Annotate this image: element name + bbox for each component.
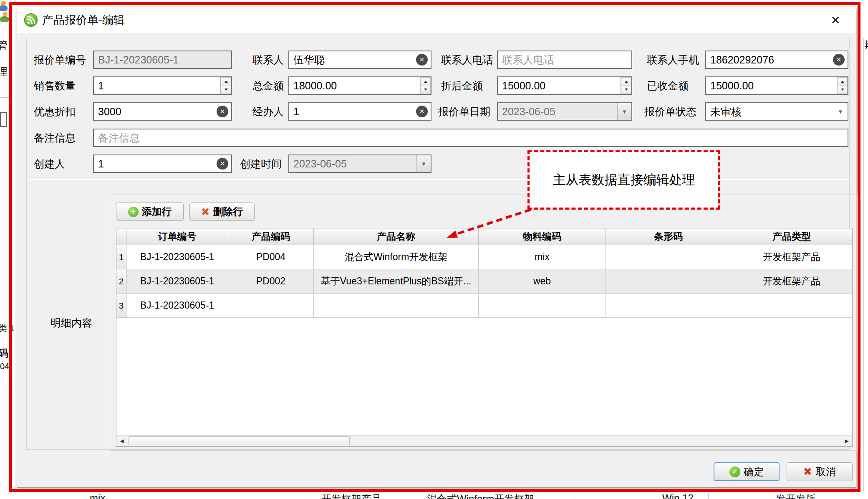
cell-order-no[interactable]: BJ-1-20230605-1: [126, 269, 228, 294]
contact-input[interactable]: [288, 51, 431, 69]
clear-icon[interactable]: ✕: [833, 54, 845, 66]
table-row[interactable]: 2 BJ-1-20230605-1 PD002 基于Vue3+ElementPl…: [116, 269, 852, 294]
clear-icon[interactable]: ✕: [416, 106, 428, 117]
spin-up-icon[interactable]: [621, 77, 631, 86]
quote-date-value: 2023-06-05: [498, 103, 617, 120]
quote-date-dropdown: 2023-06-05 ▼: [497, 102, 632, 121]
spin-down-icon[interactable]: [837, 86, 848, 94]
column-header[interactable]: 条形码: [606, 228, 731, 245]
discount-field[interactable]: ✕: [93, 102, 232, 121]
dropdown-button[interactable]: ▼: [416, 155, 431, 172]
cell-product-type[interactable]: 开发框架产品: [731, 245, 852, 269]
check-icon: ✓: [729, 466, 740, 477]
total-amount-input[interactable]: [288, 76, 431, 95]
horizontal-scrollbar[interactable]: ◀ ▶: [117, 435, 852, 446]
received-amount-field[interactable]: [705, 76, 848, 95]
delete-row-button[interactable]: ✖ 删除行: [189, 203, 255, 221]
cell-product-name[interactable]: [314, 294, 479, 318]
cell-barcode[interactable]: [606, 294, 731, 318]
quotation-no-field: [93, 51, 232, 69]
background-text-fragment: 码: [0, 347, 8, 360]
annotation-callout: 主从表数据直接编辑处理: [527, 150, 720, 210]
total-amount-field[interactable]: [288, 76, 431, 95]
spin-up-icon[interactable]: [420, 77, 431, 86]
row-number[interactable]: 2: [116, 269, 126, 294]
contact-mobile-input[interactable]: [705, 51, 848, 69]
remark-field[interactable]: [93, 129, 848, 147]
chevron-down-icon: ▼: [622, 109, 627, 115]
clear-icon[interactable]: ✕: [416, 54, 428, 66]
handler-input[interactable]: [288, 102, 431, 121]
spin-down-icon[interactable]: [621, 86, 631, 94]
column-header[interactable]: 产品类型: [731, 228, 852, 245]
row-select-header[interactable]: [116, 228, 126, 245]
discounted-amount-input[interactable]: [497, 76, 632, 95]
cell-product-name[interactable]: 混合式Winform开发框架: [314, 245, 479, 269]
field-label: 联系人手机: [647, 51, 699, 69]
clear-icon[interactable]: ✕: [217, 158, 228, 170]
add-row-button[interactable]: + 添加行: [116, 203, 184, 221]
cell-product-type[interactable]: [731, 294, 852, 318]
sale-qty-field[interactable]: [93, 76, 232, 95]
scroll-left-icon[interactable]: ◀: [117, 436, 127, 446]
ok-button[interactable]: ✓ 确定: [714, 462, 780, 481]
number-spinner[interactable]: [837, 77, 848, 94]
cell-barcode[interactable]: [606, 269, 731, 294]
number-spinner[interactable]: [420, 77, 431, 94]
background-box-fragment: [0, 112, 7, 127]
create-time-value: 2023-06-05: [289, 155, 416, 172]
row-number[interactable]: 1: [116, 245, 126, 269]
scroll-right-icon[interactable]: ▶: [842, 436, 852, 446]
cell-material-code[interactable]: mix: [479, 245, 606, 269]
table-row[interactable]: 3 BJ-1-20230605-1: [116, 294, 852, 318]
creator-input[interactable]: [93, 155, 232, 173]
background-text-fragment: Win 12: [662, 492, 694, 499]
dropdown-button[interactable]: ▼: [833, 103, 848, 120]
spin-up-icon[interactable]: [837, 77, 848, 86]
received-amount-input[interactable]: [705, 76, 848, 95]
quote-status-dropdown[interactable]: 未审核 ▼: [705, 102, 848, 121]
dialog-titlebar: 产品报价单-编辑 ✕: [17, 7, 856, 33]
cell-product-code[interactable]: PD002: [228, 269, 314, 294]
cancel-button[interactable]: ✖ 取消: [787, 462, 853, 481]
form-separator: [27, 179, 849, 180]
contact-field[interactable]: ✕: [288, 51, 431, 69]
cell-order-no[interactable]: BJ-1-20230605-1: [126, 245, 228, 269]
dropdown-button[interactable]: ▼: [617, 103, 631, 120]
contact-tel-input[interactable]: [497, 51, 632, 69]
row-number[interactable]: 3: [116, 294, 126, 318]
chevron-down-icon: ▼: [421, 161, 426, 167]
close-icon[interactable]: ✕: [827, 12, 844, 29]
number-spinner[interactable]: [220, 77, 231, 94]
discounted-amount-field[interactable]: [497, 76, 632, 95]
cell-material-code[interactable]: web: [479, 269, 606, 294]
column-header[interactable]: 订单编号: [126, 228, 228, 245]
clear-icon[interactable]: ✕: [217, 106, 228, 117]
field-label: 报价单状态: [644, 102, 696, 121]
column-header[interactable]: 产品编码: [228, 228, 314, 245]
table-row[interactable]: 1 BJ-1-20230605-1 PD004 混合式Winform开发框架 m…: [116, 245, 852, 269]
number-spinner[interactable]: [621, 77, 631, 94]
spin-up-icon[interactable]: [221, 77, 231, 86]
sale-qty-input[interactable]: [93, 76, 232, 95]
creator-field[interactable]: ✕: [93, 155, 232, 173]
scrollbar-thumb[interactable]: [129, 436, 350, 445]
handler-field[interactable]: ✕: [288, 102, 431, 121]
spin-down-icon[interactable]: [420, 86, 431, 94]
contact-mobile-field[interactable]: ✕: [705, 51, 848, 69]
spin-down-icon[interactable]: [221, 86, 231, 94]
cell-product-code[interactable]: PD004: [228, 245, 314, 269]
cell-order-no[interactable]: BJ-1-20230605-1: [126, 294, 228, 318]
background-text-fragment: 理: [0, 65, 8, 79]
cell-product-code[interactable]: [228, 294, 314, 318]
cell-product-type[interactable]: 开发框架产品: [731, 269, 852, 294]
field-label: 创建人: [34, 155, 65, 173]
remark-input[interactable]: [93, 129, 848, 147]
contact-tel-field[interactable]: [497, 51, 632, 69]
cell-product-name[interactable]: 基于Vue3+ElementPlus的BS端开...: [314, 269, 479, 294]
cell-barcode[interactable]: [606, 245, 731, 269]
dialog-title: 产品报价单-编辑: [42, 7, 125, 33]
app-logo-icon: [24, 13, 38, 27]
cell-material-code[interactable]: [479, 294, 606, 318]
discount-input[interactable]: [93, 102, 232, 121]
